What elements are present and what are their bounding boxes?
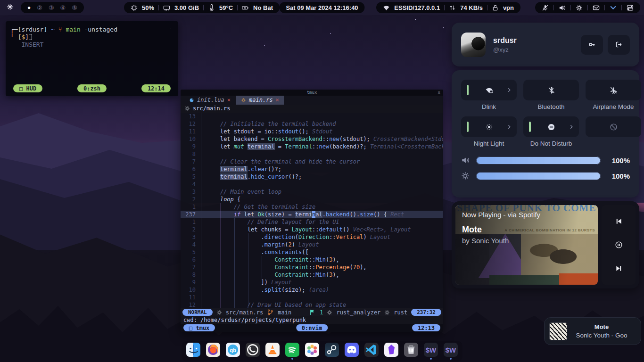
battery-missing-icon bbox=[242, 4, 249, 11]
dock-item-obsidian[interactable] bbox=[384, 343, 398, 360]
microphone-muted-icon[interactable] bbox=[542, 4, 549, 11]
obs-icon bbox=[246, 343, 260, 357]
wifi-lock-icon bbox=[485, 86, 493, 94]
workspace-4[interactable]: ④ bbox=[60, 4, 66, 11]
lua-icon bbox=[189, 98, 194, 103]
code-line: 11 bbox=[181, 294, 443, 301]
breadcrumb: src/main.rs bbox=[181, 105, 443, 113]
dock-item-vlc[interactable] bbox=[265, 343, 280, 360]
gear-icon[interactable] bbox=[576, 4, 583, 11]
dock-item-obs[interactable] bbox=[246, 343, 260, 360]
chevron-right-icon[interactable] bbox=[569, 124, 574, 130]
media-player-card: SHAPE OF PUNK TO COME A CHIMERICAL BOMBI… bbox=[452, 201, 639, 288]
tmux-clock-pill: 12:13 bbox=[412, 324, 440, 331]
avatar bbox=[461, 33, 486, 57]
dock-item-finder[interactable] bbox=[186, 343, 200, 360]
chevron-down-icon[interactable] bbox=[610, 4, 617, 11]
line-number: 7 bbox=[181, 158, 201, 165]
code-line: 7 Constraint::Percentage(70), bbox=[181, 263, 443, 271]
tab-close-icon[interactable]: × bbox=[276, 97, 279, 103]
logout-button[interactable] bbox=[608, 35, 630, 55]
active-indicator bbox=[467, 122, 469, 132]
editor-window[interactable]: tmux x init.lua×main.rs× src/main.rs 131… bbox=[181, 90, 443, 332]
workspace-2[interactable]: ② bbox=[37, 4, 42, 11]
dock-item-discord[interactable] bbox=[345, 343, 359, 360]
quick-settings-card: DlinkBluetoothAirplane ModeNight LightDo… bbox=[452, 70, 639, 197]
speaker-icon[interactable] bbox=[559, 4, 566, 11]
code-line: 3 .direction(Direction::Vertical) Layout bbox=[181, 233, 443, 241]
brightness-slider[interactable] bbox=[476, 172, 601, 180]
workspace-active[interactable]: ● bbox=[27, 4, 31, 11]
toggles-icon[interactable] bbox=[627, 4, 634, 11]
dock-item-spotify[interactable] bbox=[285, 343, 299, 360]
workspace-switcher[interactable]: ●②③④⑤ bbox=[21, 2, 84, 13]
code-line: 10 .split(size); (area) bbox=[181, 286, 443, 294]
toggle-dlink[interactable] bbox=[461, 80, 517, 100]
volume-icon bbox=[461, 156, 470, 165]
toggle-grid: DlinkBluetoothAirplane ModeNight LightDo… bbox=[461, 80, 630, 149]
dock-item-trash[interactable] bbox=[404, 343, 418, 360]
dock-item-dollar-w[interactable]: $W bbox=[444, 343, 458, 360]
previous-track-button[interactable] bbox=[615, 218, 622, 225]
divider bbox=[570, 5, 571, 10]
password-key-button[interactable] bbox=[581, 35, 603, 55]
code-area[interactable]: 1312 // Initialize the terminal backend1… bbox=[181, 113, 443, 308]
next-track-button[interactable] bbox=[615, 265, 622, 272]
volume-slider-row: 100% bbox=[461, 156, 630, 165]
volume-slider[interactable] bbox=[476, 156, 601, 165]
workspace-5[interactable]: ⑤ bbox=[72, 4, 77, 11]
album-art: SHAPE OF PUNK TO COME A CHIMERICAL BOMBI… bbox=[455, 205, 598, 285]
datetime: Sat 09 Mar 2024 12:16:40 bbox=[286, 4, 358, 11]
chevron-right-icon[interactable] bbox=[506, 87, 512, 93]
logout-icon bbox=[615, 41, 622, 48]
dock-item-vscode[interactable] bbox=[364, 343, 379, 360]
mail-icon[interactable] bbox=[593, 4, 600, 11]
toggle-night-light[interactable] bbox=[461, 116, 517, 137]
tab-init.lua[interactable]: init.lua× bbox=[184, 96, 235, 105]
user-handle: @xyz bbox=[493, 46, 517, 53]
code-line: 9 ]) Layout bbox=[181, 279, 443, 286]
line-number: 1 bbox=[181, 203, 201, 211]
tmux-window-pill[interactable]: 0:nvim bbox=[296, 324, 328, 331]
workspace-3[interactable]: ③ bbox=[49, 4, 54, 11]
tab-label: init.lua bbox=[197, 97, 224, 103]
toggle-bluetooth[interactable] bbox=[523, 80, 579, 100]
pause-button[interactable] bbox=[615, 241, 622, 248]
media-notification[interactable]: Mote Sonic Youth - Goo bbox=[544, 317, 641, 345]
toggle-do-not-disturb[interactable] bbox=[523, 116, 579, 137]
line-number: 2 bbox=[181, 196, 201, 203]
cursor-position-badge: 237:32 bbox=[411, 309, 441, 316]
tmux-session-pill[interactable]: □ tmux bbox=[183, 324, 215, 331]
network-widget[interactable]: ESSID/127.0.0.1 74 KB/s vpn bbox=[376, 2, 520, 13]
vpn-lock-icon bbox=[492, 4, 499, 11]
svg-text:qb: qb bbox=[230, 347, 236, 353]
tab-close-icon[interactable]: × bbox=[227, 97, 231, 103]
diagnostics-count: 1 bbox=[320, 309, 323, 316]
divider bbox=[621, 5, 622, 10]
code-line-current: 237 if let Ok(size) = terminal.backend()… bbox=[181, 211, 443, 218]
line-number: 5 bbox=[181, 173, 201, 181]
code-line: 6 terminal.clear()?; bbox=[181, 165, 443, 173]
chevron-right-icon[interactable] bbox=[506, 124, 512, 130]
dock-item-dollar-w[interactable]: $W bbox=[424, 343, 438, 360]
trash-icon bbox=[404, 343, 418, 357]
line-number: 6 bbox=[181, 256, 201, 263]
toggle-airplane-mode[interactable] bbox=[586, 80, 641, 100]
window-close-button[interactable]: x bbox=[438, 90, 440, 95]
tmux-session-pill[interactable]: □ HUD bbox=[13, 84, 42, 92]
tab-main.rs[interactable]: main.rs× bbox=[236, 96, 284, 105]
dock-item-steam[interactable] bbox=[325, 343, 339, 360]
window-title: tmux bbox=[307, 90, 317, 95]
active-indicator bbox=[529, 122, 531, 132]
toggle-blocked[interactable] bbox=[586, 116, 641, 137]
code-line: 11 let stdout = io::stdout(); Stdout bbox=[181, 128, 443, 135]
dock-item-photos[interactable] bbox=[305, 343, 319, 360]
thermometer-icon bbox=[208, 4, 215, 11]
line-number: 13 bbox=[181, 113, 201, 120]
tmux-window-pill[interactable]: 0:zsh bbox=[77, 84, 107, 92]
dock-item-qbittorrent[interactable]: qb bbox=[226, 343, 240, 360]
spotify-icon bbox=[285, 343, 299, 357]
terminal-window[interactable]: ┌─[srdusr] ~ ⑂ main -unstaged └─[$] -- I… bbox=[6, 21, 178, 96]
dollar-w-icon: $W bbox=[444, 343, 458, 357]
dock-item-firefox[interactable] bbox=[206, 343, 220, 360]
